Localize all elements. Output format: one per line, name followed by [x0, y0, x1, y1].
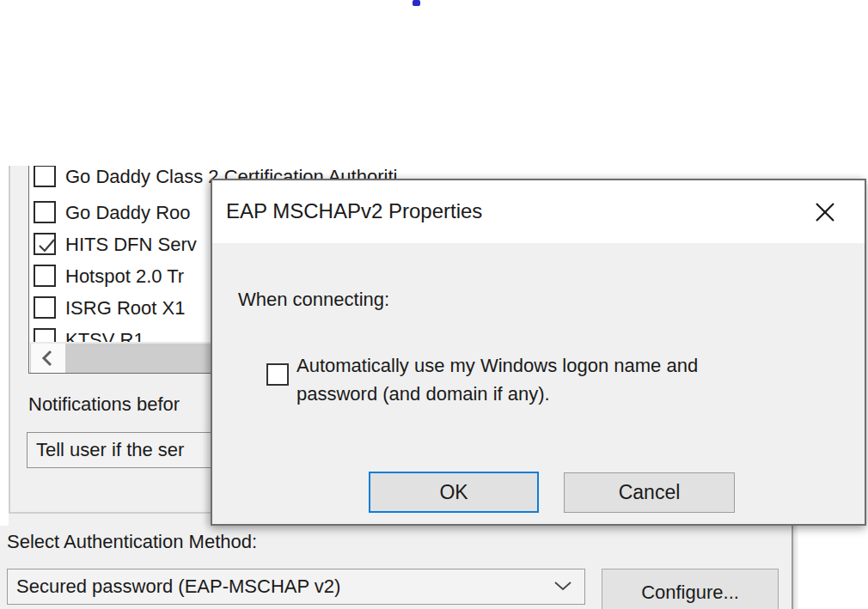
list-item-label: Hotspot 2.0 Tr: [65, 265, 184, 288]
dialog-titlebar: EAP MSCHAPv2 Properties: [212, 180, 865, 243]
check-icon: [35, 234, 58, 257]
chevron-left-icon: [38, 346, 58, 370]
groupbox-left-border: [9, 166, 10, 513]
configure-button[interactable]: Configure...: [602, 569, 779, 609]
scroll-left-button[interactable]: [31, 344, 65, 373]
checkbox-unchecked[interactable]: [34, 265, 56, 287]
ok-button[interactable]: OK: [369, 472, 539, 513]
checkbox-checked[interactable]: [34, 233, 56, 255]
checkbox-unchecked[interactable]: [34, 296, 56, 319]
auto-logon-checkbox-label: Automatically use my Windows logon name …: [296, 351, 698, 408]
checkbox-unchecked[interactable]: [34, 166, 56, 187]
notifications-dropdown-value: Tell user if the ser: [36, 439, 184, 461]
auto-logon-label-line1: Automatically use my Windows logon name …: [296, 351, 698, 380]
dialog-title: EAP MSCHAPv2 Properties: [226, 199, 482, 223]
screen: Go Daddy Class 2 Certification Authoriti…: [0, 0, 868, 609]
list-item-label: HITS DFN Serv: [65, 234, 197, 256]
close-icon: [813, 200, 837, 224]
eap-mschapv2-dialog: EAP MSCHAPv2 Properties When connecting:…: [211, 179, 866, 526]
auto-logon-label-line2: password (and domain if any).: [296, 380, 698, 408]
auto-logon-checkbox[interactable]: [266, 363, 289, 386]
blue-dot-artifact: [413, 0, 420, 6]
chevron-down-icon: [553, 579, 572, 594]
checkbox-unchecked[interactable]: [34, 201, 56, 223]
parent-window-shadow: [793, 526, 799, 609]
groupbox-bottom-border: [9, 512, 211, 514]
close-button[interactable]: [808, 195, 842, 229]
list-item-label: Go Daddy Roo: [65, 202, 191, 224]
auth-method-dropdown-value: Secured password (EAP-MSCHAP v2): [16, 576, 340, 598]
cancel-button[interactable]: Cancel: [564, 472, 735, 513]
auth-method-label: Select Authentication Method:: [7, 531, 257, 553]
list-item-label: ISRG Root X1: [65, 297, 185, 320]
notifications-label: Notifications befor: [28, 393, 180, 416]
auth-method-dropdown[interactable]: Secured password (EAP-MSCHAP v2): [7, 569, 585, 605]
when-connecting-label: When connecting:: [238, 289, 389, 311]
